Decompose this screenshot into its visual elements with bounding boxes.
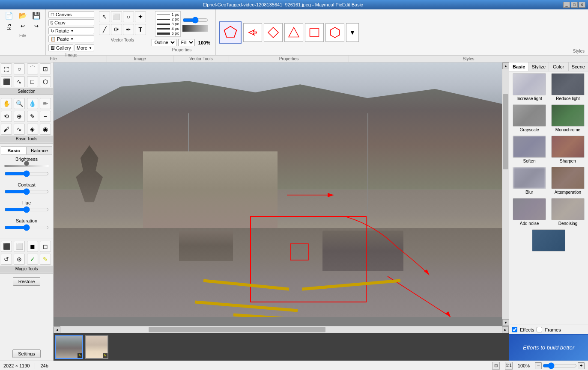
effects-tab-scene[interactable]: Scene bbox=[569, 62, 588, 71]
effects-label[interactable]: Effects bbox=[520, 327, 534, 332]
minimize-button[interactable]: _ bbox=[563, 2, 570, 8]
marquee-rect-tool[interactable]: ⬚ bbox=[1, 63, 12, 74]
effect-denoising[interactable]: Denoising bbox=[549, 198, 586, 226]
effect-add-noise[interactable]: Add noise bbox=[511, 198, 548, 226]
thumbnail-2[interactable]: ✎ bbox=[85, 335, 108, 359]
frames-label[interactable]: Frames bbox=[545, 327, 561, 332]
scroll-down-button[interactable]: ▼ bbox=[502, 319, 509, 326]
line-5px[interactable]: 5 px bbox=[157, 31, 179, 36]
zoom-out-button[interactable]: − bbox=[535, 362, 542, 369]
copy-button[interactable]: ⎘ Copy bbox=[48, 19, 94, 26]
dropper-tool[interactable]: 💧 bbox=[27, 98, 38, 109]
maximize-button[interactable]: □ bbox=[571, 2, 578, 8]
paint-tool[interactable]: ✏ bbox=[40, 98, 51, 109]
saturation-slider[interactable] bbox=[4, 224, 49, 231]
thumbnail-1[interactable]: ✎ bbox=[55, 335, 83, 359]
gallery-button[interactable]: 🖼 Gallery bbox=[48, 44, 73, 51]
scroll-left-button[interactable]: ◄ bbox=[54, 326, 60, 333]
hue-slider[interactable] bbox=[4, 206, 49, 213]
effects-tab-stylize[interactable]: Stylize bbox=[529, 62, 549, 71]
line-4px[interactable]: 4 px bbox=[157, 27, 179, 31]
magic-tool-5[interactable]: ↺ bbox=[1, 254, 12, 265]
lasso-tool-button[interactable]: ⟳ bbox=[111, 24, 122, 35]
scroll-right-button[interactable]: ► bbox=[502, 326, 509, 333]
new-file-button[interactable]: 📄 bbox=[3, 11, 15, 21]
frames-checkbox[interactable] bbox=[537, 327, 542, 332]
paste-button[interactable]: 📋 Paste ▼ bbox=[48, 36, 94, 42]
image-canvas[interactable] bbox=[54, 62, 502, 317]
shape-triangle-button[interactable] bbox=[284, 23, 303, 42]
rect-tool-button[interactable]: ⬜ bbox=[111, 11, 122, 22]
color-swatch[interactable] bbox=[182, 25, 208, 32]
scroll-track-vertical[interactable] bbox=[502, 69, 509, 319]
effect-reduce-light[interactable]: Reduce light bbox=[549, 73, 586, 101]
rotate-view-tool[interactable]: ⟲ bbox=[1, 111, 12, 122]
scroll-thumb-vertical[interactable] bbox=[503, 94, 508, 169]
star-tool-button[interactable]: ✦ bbox=[135, 11, 146, 22]
redo-button[interactable]: ↪ bbox=[30, 22, 43, 32]
contrast-slider[interactable] bbox=[4, 188, 49, 195]
undo-button[interactable]: ↩ bbox=[16, 22, 29, 32]
scroll-track-horizontal[interactable] bbox=[60, 326, 502, 333]
magic-tool-7[interactable]: ✓ bbox=[27, 254, 38, 265]
magic-tool-8[interactable]: ✎ bbox=[40, 254, 51, 265]
shape-arrow-button[interactable] bbox=[243, 23, 262, 42]
transform-tool[interactable]: ⬛ bbox=[1, 76, 12, 87]
marquee-ellipse-tool[interactable]: ○ bbox=[14, 63, 25, 74]
ellipse-tool-button[interactable]: ○ bbox=[123, 11, 134, 22]
shape-rectangle-button[interactable] bbox=[305, 23, 324, 42]
rotate-button[interactable]: ↻ Rotate ▼ bbox=[48, 27, 94, 34]
shape-hexagon-button[interactable] bbox=[325, 23, 344, 42]
shape-more-button[interactable]: ▼ bbox=[346, 23, 359, 42]
zoom-slider[interactable] bbox=[543, 362, 577, 369]
effects-tab-basic[interactable]: Basic bbox=[509, 62, 529, 71]
effect-blur[interactable]: Blur bbox=[511, 167, 548, 195]
effect-sharpen[interactable]: Sharpen bbox=[549, 136, 586, 163]
effects-tab-color[interactable]: Color bbox=[549, 62, 569, 71]
eraser-tool[interactable]: ✎ bbox=[27, 111, 38, 122]
select-all-tool[interactable]: ⬡ bbox=[40, 76, 51, 87]
effects-checkbox[interactable] bbox=[512, 327, 517, 332]
heal-tool[interactable]: − bbox=[40, 111, 51, 122]
basic-tab[interactable]: Basic bbox=[1, 146, 27, 154]
settings-button[interactable]: Settings bbox=[12, 349, 41, 358]
line-2px[interactable]: 2 px bbox=[157, 17, 179, 21]
pointer-tool-button[interactable]: ↖ bbox=[99, 11, 110, 22]
eyedropper-tool-button[interactable]: ✒ bbox=[123, 24, 134, 35]
close-button[interactable]: ✕ bbox=[579, 2, 585, 8]
smudge-tool[interactable]: ∿ bbox=[14, 124, 25, 135]
scroll-up-button[interactable]: ▲ bbox=[502, 62, 509, 69]
magic-wand-tool[interactable]: ⊡ bbox=[40, 63, 51, 74]
opacity-slider[interactable] bbox=[182, 17, 208, 24]
outline-dropdown[interactable]: Outline bbox=[152, 39, 176, 46]
vertical-scrollbar[interactable]: ▲ ▼ bbox=[502, 62, 509, 326]
effect-increase-light[interactable]: Increase light bbox=[511, 73, 548, 101]
crop-tool[interactable]: □ bbox=[27, 76, 38, 87]
more-button[interactable]: More ▼ bbox=[75, 44, 94, 51]
fill-dropdown[interactable]: Fill bbox=[178, 39, 195, 46]
magic-tool-1[interactable]: ⬛ bbox=[1, 241, 12, 252]
sharpen-local-tool[interactable]: ◈ bbox=[27, 124, 38, 135]
effect-monochrome[interactable]: Monochrome bbox=[549, 104, 586, 132]
balance-tab[interactable]: Balance bbox=[27, 146, 52, 154]
brightness-slider-thumb[interactable] bbox=[24, 161, 29, 166]
effect-soften[interactable]: Soften bbox=[511, 136, 548, 163]
effect-grayscale[interactable]: Grayscale bbox=[511, 104, 548, 132]
zoom-in-button[interactable]: + bbox=[578, 362, 585, 369]
canvas-area[interactable]: ▲ ▼ ◄ ► ✎ ✎ bbox=[54, 62, 509, 361]
effect-attemperation[interactable]: Attemperation bbox=[549, 167, 586, 195]
line-size-selector[interactable]: 1 px 2 px 3 px 4 px 5 px bbox=[155, 11, 181, 37]
print-button[interactable]: 🖨 bbox=[3, 22, 15, 32]
line-tool-button[interactable]: ╱ bbox=[99, 24, 110, 35]
text-tool-button[interactable]: T bbox=[135, 24, 146, 35]
blur-local-tool[interactable]: ◉ bbox=[40, 124, 51, 135]
magic-tool-4[interactable]: ◻ bbox=[40, 241, 51, 252]
save-file-button[interactable]: 💾 bbox=[30, 11, 43, 21]
brightness-slider[interactable] bbox=[4, 170, 49, 177]
shape-diamond-button[interactable] bbox=[264, 23, 283, 42]
actual-size-button[interactable]: 1:1 bbox=[505, 362, 513, 370]
marquee-lasso-tool[interactable]: ⌒ bbox=[27, 63, 38, 74]
shape-pentagon-button[interactable] bbox=[219, 21, 242, 44]
zoom-tool[interactable]: 🔍 bbox=[14, 98, 25, 109]
magic-tool-3[interactable]: ◼ bbox=[27, 241, 38, 252]
